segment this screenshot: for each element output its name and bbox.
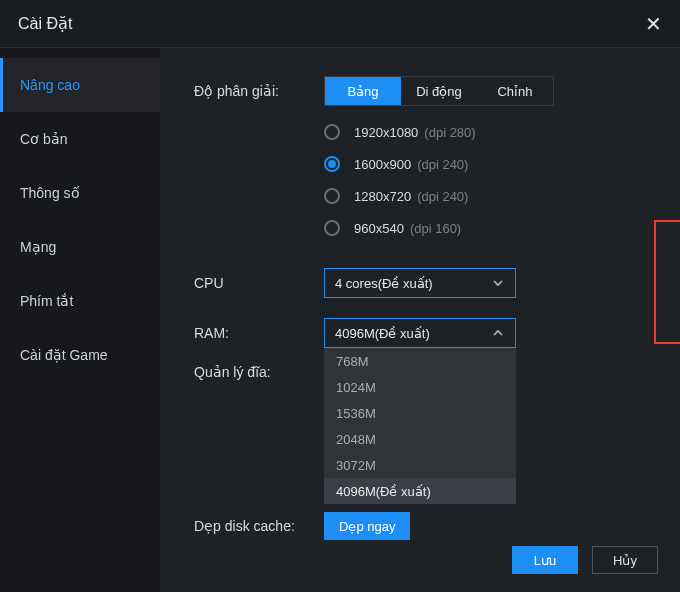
ram-select-wrapper: 4096M(Đề xuất) 768M1024M1536M2048M3072M4… [324, 318, 516, 348]
resolution-value: 1600x900 [354, 157, 411, 172]
ram-row: RAM: 4096M(Đề xuất) 768M1024M1536M2048M3… [194, 318, 660, 348]
disk-mgmt-label: Quản lý đĩa: [194, 364, 324, 380]
chevron-up-icon [491, 326, 505, 340]
body: Nâng caoCơ bảnThông sốMạngPhím tắtCài đặ… [0, 48, 680, 592]
resolution-options: 1920x1080(dpi 280)1600x900(dpi 240)1280x… [324, 116, 660, 244]
sidebar: Nâng caoCơ bảnThông sốMạngPhím tắtCài đặ… [0, 48, 160, 592]
ram-option[interactable]: 4096M(Đề xuất) [324, 478, 516, 504]
radio-icon [324, 188, 340, 204]
window-title: Cài Đặt [18, 14, 72, 33]
sidebar-item[interactable]: Nâng cao [0, 58, 160, 112]
resolution-option[interactable]: 1600x900(dpi 240) [324, 148, 660, 180]
radio-icon [324, 124, 340, 140]
ram-option[interactable]: 2048M [324, 426, 516, 452]
ram-select[interactable]: 4096M(Đề xuất) [324, 318, 516, 348]
ram-option[interactable]: 768M [324, 348, 516, 374]
sidebar-item[interactable]: Cài đặt Game [0, 328, 160, 382]
sidebar-item[interactable]: Mạng [0, 220, 160, 274]
sidebar-item[interactable]: Thông số [0, 166, 160, 220]
titlebar: Cài Đặt ✕ [0, 0, 680, 48]
ram-option[interactable]: 1536M [324, 400, 516, 426]
cancel-button[interactable]: Hủy [592, 546, 658, 574]
resolution-dpi: (dpi 240) [417, 157, 468, 172]
cpu-label: CPU [194, 275, 324, 291]
cpu-row: CPU 4 cores(Đề xuất) [194, 268, 660, 298]
ram-option[interactable]: 1024M [324, 374, 516, 400]
cache-label: Dẹp disk cache: [194, 518, 324, 534]
resolution-value: 960x540 [354, 221, 404, 236]
radio-icon [324, 220, 340, 236]
resolution-dpi: (dpi 280) [424, 125, 475, 140]
resolution-tab[interactable]: Di động [401, 77, 477, 105]
resolution-label: Độ phân giải: [194, 83, 324, 99]
resolution-option[interactable]: 1280x720(dpi 240) [324, 180, 660, 212]
save-button[interactable]: Lưu [512, 546, 578, 574]
resolution-tab[interactable]: Bảng [325, 77, 401, 105]
resolution-value: 1920x1080 [354, 125, 418, 140]
resolution-dpi: (dpi 160) [410, 221, 461, 236]
cpu-select[interactable]: 4 cores(Đề xuất) [324, 268, 516, 298]
settings-window: Cài Đặt ✕ Nâng caoCơ bảnThông sốMạngPhím… [0, 0, 680, 592]
sidebar-item[interactable]: Phím tắt [0, 274, 160, 328]
radio-icon [324, 156, 340, 172]
footer: Lưu Hủy [512, 546, 658, 574]
ram-dropdown: 768M1024M1536M2048M3072M4096M(Đề xuất) [324, 348, 516, 504]
resolution-option[interactable]: 1920x1080(dpi 280) [324, 116, 660, 148]
resolution-dpi: (dpi 240) [417, 189, 468, 204]
resolution-row: Độ phân giải: BảngDi độngChỉnh [194, 76, 660, 106]
content-pane: Độ phân giải: BảngDi độngChỉnh 1920x1080… [160, 48, 680, 592]
chevron-down-icon [491, 276, 505, 290]
resolution-tabs: BảngDi độngChỉnh [324, 76, 554, 106]
resolution-option[interactable]: 960x540(dpi 160) [324, 212, 660, 244]
clear-cache-button[interactable]: Dẹp ngay [324, 512, 410, 540]
ram-select-value: 4096M(Đề xuất) [335, 326, 430, 341]
sidebar-item[interactable]: Cơ bản [0, 112, 160, 166]
ram-option[interactable]: 3072M [324, 452, 516, 478]
resolution-value: 1280x720 [354, 189, 411, 204]
cache-row: Dẹp disk cache: Dẹp ngay [194, 512, 660, 540]
ram-label: RAM: [194, 325, 324, 341]
cpu-select-value: 4 cores(Đề xuất) [335, 276, 433, 291]
close-icon[interactable]: ✕ [645, 12, 662, 36]
resolution-tab[interactable]: Chỉnh [477, 77, 553, 105]
